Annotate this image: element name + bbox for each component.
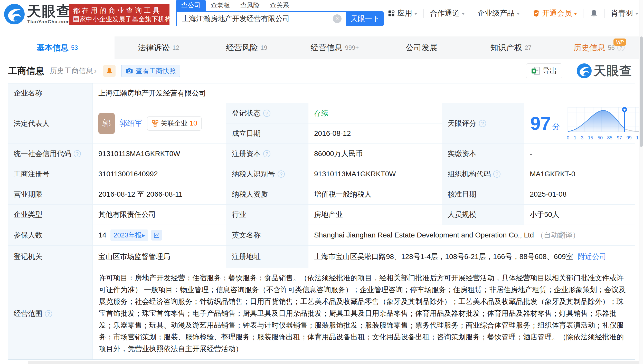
nav-enterprise[interactable]: 企业级产品: [477, 8, 520, 18]
annual-report-badge[interactable]: 2023年报▸: [110, 229, 148, 241]
help-icon[interactable]: ?: [45, 310, 52, 317]
nearby-companies-link[interactable]: 附近公司: [578, 252, 606, 262]
help-icon[interactable]: ?: [278, 170, 285, 178]
tianyancha-logo[interactable]: 天眼查 TianYanCha.com: [4, 4, 71, 25]
vip-crown-icon: [532, 9, 540, 17]
export-button[interactable]: 导出: [526, 63, 562, 78]
monitor-bell-button[interactable]: [103, 65, 116, 77]
score-ticks: 0131550859799100: [567, 135, 643, 141]
divider: [583, 9, 583, 18]
history-business-info-link[interactable]: 历史工商信息: [50, 66, 93, 76]
help-icon[interactable]: ?: [493, 170, 500, 178]
chevron-down-icon: [462, 13, 465, 16]
english-name-label: 英文名称: [226, 225, 308, 245]
search-tab-boss[interactable]: 查老板: [206, 0, 235, 11]
help-icon[interactable]: ?: [479, 120, 486, 127]
reg-capital-label: 注册资本?: [226, 144, 308, 164]
tab-legal-litigation[interactable]: 法律诉讼12: [115, 36, 203, 59]
search-value: 上海江瀚房地产开发经营有限公司: [182, 14, 333, 24]
search-tab-risk[interactable]: 查风险: [235, 0, 265, 11]
taxpayer-id-value: 91310113MA1GKRKT0W: [308, 164, 442, 184]
clear-icon[interactable]: ×: [333, 14, 342, 23]
view-business-snapshot-button[interactable]: 查看工商快照: [121, 65, 180, 77]
english-name-value: Shanghai Jianghan Real Estate Developmen…: [308, 225, 635, 245]
reg-address-label: 注册地址: [226, 246, 308, 268]
logo-title: 天眼查: [27, 4, 71, 18]
taxpayer-quality-value: 增值税一般纳税人: [308, 184, 442, 204]
tianyancha-swirl-icon: [4, 4, 25, 24]
score-distribution-chart: 0131550859799100: [567, 106, 643, 141]
company-type-value: 其他有限责任公司: [93, 205, 226, 225]
search-tab-relation[interactable]: 查关系: [265, 0, 294, 11]
business-term-value: 2016-08-12 至 2066-08-11: [93, 184, 226, 204]
establish-date-label: 成立日期: [226, 123, 308, 143]
related-companies-button[interactable]: 关联企业 10: [147, 116, 202, 131]
nav-user-account[interactable]: 肖青羽: [611, 8, 638, 18]
taxpayer-id-label: 纳税人识别号?: [226, 164, 308, 184]
tianyancha-swirl-icon: [577, 63, 592, 78]
help-icon[interactable]: ?: [74, 150, 81, 157]
search-tab-company[interactable]: 查公司: [176, 0, 206, 11]
tab-basic-info[interactable]: 基本信息53: [0, 36, 115, 59]
legal-rep-label: 法定代表人: [8, 103, 93, 143]
table-row: 法定代表人 郭 郭绍军 关联企业 10 登记状态? 存续 天眼评分? 97: [8, 103, 635, 143]
topbar: 天眼查 TianYanCha.com 都在用的商业查询工具 国家中小企业发展子基…: [0, 0, 643, 36]
line-chart-icon: [153, 232, 160, 238]
section-title: 工商信息: [8, 65, 44, 77]
business-term-label: 营业期限: [8, 184, 93, 204]
staff-size-value: 小于50人: [524, 205, 635, 225]
promo-line2: 国家中小企业发展子基金旗下机构: [73, 15, 165, 23]
apps-grid-icon: [387, 9, 395, 17]
legal-rep-name-link[interactable]: 郭绍军: [119, 118, 143, 129]
divider: [423, 9, 424, 18]
table-row: 企业名称 上海江瀚房地产开发经营有限公司: [8, 83, 635, 103]
search-input[interactable]: 上海江瀚房地产开发经营有限公司 ×: [176, 11, 346, 26]
reg-status-label: 登记状态?: [226, 103, 308, 123]
promo-line1: 都在用的商业查询工具: [73, 6, 165, 15]
tianyan-score-label: 天眼评分?: [442, 103, 524, 143]
search-button[interactable]: 天眼一下: [346, 11, 384, 26]
table-row: 经营范围? 许可项目：房地产开发经营；住宿服务；餐饮服务；食品销售。（依法须经批…: [8, 268, 635, 359]
scrollbar-thumb[interactable]: [640, 36, 643, 147]
company-type-label: 企业类型: [8, 205, 93, 225]
nav-vip-upgrade[interactable]: 开通会员: [532, 8, 577, 18]
nav-partner[interactable]: 合作通道: [430, 8, 465, 18]
approval-date-value: 2025-01-08: [524, 184, 635, 204]
company-name-label: 企业名称: [8, 83, 93, 103]
auto-translate-note: （自动翻译）: [536, 230, 580, 240]
tab-business-info[interactable]: 经营信息999+: [291, 36, 379, 59]
trend-chart-button[interactable]: [151, 230, 162, 241]
table-row: 参保人数 14 2023年报▸ 英文名称 Shanghai Jianghan R…: [8, 225, 635, 245]
insured-count-label: 参保人数: [8, 225, 93, 245]
org-code-value: MA1GKRKT-0: [524, 164, 635, 184]
scrollbar[interactable]: [639, 0, 643, 364]
help-icon[interactable]: ?: [263, 110, 270, 117]
chevron-down-icon: [574, 13, 577, 16]
tianyan-score-value[interactable]: 97 分: [524, 103, 643, 143]
vip-badge: VIP: [613, 39, 626, 46]
search-tabs: 查公司 查老板 查风险 查关系: [176, 1, 384, 11]
legal-rep-avatar[interactable]: 郭: [98, 113, 115, 134]
logo-subtitle: TianYanCha.com: [27, 19, 71, 25]
notification-bell-icon[interactable]: [590, 9, 598, 18]
credit-code-label: 统一社会信用代码?: [8, 144, 93, 164]
reg-capital-value: 86000万人民币: [308, 144, 442, 164]
nav-apps[interactable]: 应用: [387, 8, 417, 18]
company-section-tabs: 基本信息53 法律诉讼12 经营风险19 经营信息999+ 公司发展 知识产权2…: [0, 36, 643, 59]
help-icon[interactable]: ?: [263, 150, 270, 157]
tab-intellectual-property[interactable]: 知识产权27: [467, 36, 555, 59]
tab-history-info[interactable]: VIP 历史信息56 ?: [555, 36, 643, 59]
org-chart-icon: [152, 120, 159, 127]
camera-icon: [126, 67, 133, 75]
chevron-down-icon: [414, 13, 417, 16]
next-section-edge: [28, 361, 643, 364]
chevron-right-icon: ›: [94, 66, 97, 75]
chevron-down-icon: [517, 13, 520, 16]
tab-company-development[interactable]: 公司发展: [379, 36, 467, 59]
tab-operation-risk[interactable]: 经营风险19: [203, 36, 291, 59]
reg-number-label: 工商注册号: [8, 164, 93, 184]
reg-status-value: 存续: [308, 103, 442, 123]
section-header: 工商信息 历史工商信息 › 查看工商快照: [0, 59, 643, 83]
excel-icon: [531, 66, 540, 75]
divider: [471, 9, 471, 18]
